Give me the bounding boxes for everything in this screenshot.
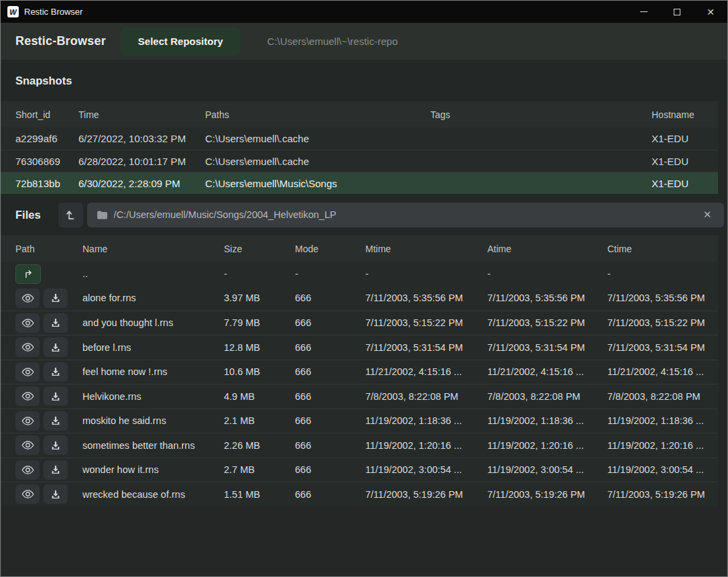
download-icon xyxy=(50,415,61,426)
download-file-button[interactable] xyxy=(44,386,68,406)
eye-icon xyxy=(21,440,34,450)
eye-icon xyxy=(21,342,34,352)
download-file-button[interactable] xyxy=(44,362,68,382)
clear-path-button[interactable]: ✕ xyxy=(701,207,715,222)
snapshot-paths: C:\Users\emuell\.cache xyxy=(205,133,430,144)
parent-mtime: - xyxy=(365,268,487,279)
select-repository-button[interactable]: Select Repository xyxy=(121,28,241,56)
download-icon xyxy=(50,440,61,451)
download-file-button[interactable] xyxy=(44,288,68,308)
file-name: and you thought l.rns xyxy=(82,317,224,328)
file-ctime: 7/11/2003, 5:15:22 PM xyxy=(607,317,718,328)
file-row[interactable]: wrecked because of.rns 1.51 MB 666 7/11/… xyxy=(1,482,718,507)
file-mode: 666 xyxy=(295,317,365,328)
file-name: sometimes better than.rns xyxy=(82,440,224,451)
preview-file-button[interactable] xyxy=(15,435,40,455)
file-name: Helvikone.rns xyxy=(82,391,224,402)
snapshot-time: 6/27/2022, 10:03:32 PM xyxy=(78,133,205,144)
snapshot-time: 6/30/2022, 2:28:09 PM xyxy=(78,178,205,189)
download-icon xyxy=(50,342,61,353)
file-mtime: 11/21/2002, 4:15:16 ... xyxy=(365,366,487,377)
snapshots-section-header: Snapshots xyxy=(1,60,727,101)
preview-file-button[interactable] xyxy=(15,337,40,357)
column-paths: Paths xyxy=(205,109,430,120)
file-mode: 666 xyxy=(295,489,365,500)
file-path-bar[interactable]: /C:/Users/emuell/Music/Songs/2004_Helvet… xyxy=(87,203,724,227)
app-logo-letter: W xyxy=(9,8,16,16)
file-size: 7.79 MB xyxy=(224,317,295,328)
file-row[interactable]: feel home now !.rns 10.6 MB 666 11/21/20… xyxy=(1,360,718,384)
file-mode: 666 xyxy=(295,464,365,475)
file-size: 10.6 MB xyxy=(224,366,295,377)
download-icon xyxy=(50,391,61,402)
download-file-button[interactable] xyxy=(44,484,68,504)
current-path[interactable]: /C:/Users/emuell/Music/Songs/2004_Helvet… xyxy=(114,209,701,220)
eye-icon xyxy=(21,367,34,377)
file-mtime: 7/11/2003, 5:19:26 PM xyxy=(365,489,487,500)
eye-icon xyxy=(21,391,34,401)
download-file-button[interactable] xyxy=(44,411,68,431)
file-ctime: 11/19/2002, 1:20:16 ... xyxy=(607,440,718,451)
snapshot-short-id: 72b813bb xyxy=(15,178,78,189)
snapshot-row[interactable]: a2299af6 6/27/2022, 10:03:32 PM C:\Users… xyxy=(1,127,718,150)
file-name: before l.rns xyxy=(82,342,224,353)
download-file-button[interactable] xyxy=(44,337,68,357)
file-mtime: 7/11/2003, 5:35:56 PM xyxy=(365,293,487,303)
snapshot-row[interactable]: 72b813bb 6/30/2022, 2:28:09 PM C:\Users\… xyxy=(1,172,718,194)
close-button[interactable]: ✕ xyxy=(694,1,727,23)
file-atime: 7/8/2003, 8:22:08 PM xyxy=(487,391,607,402)
preview-file-button[interactable] xyxy=(15,313,40,333)
file-row[interactable]: before l.rns 12.8 MB 666 7/11/2003, 5:31… xyxy=(1,335,718,360)
file-size: 2.7 MB xyxy=(224,464,295,475)
parent-mode: - xyxy=(295,268,365,279)
file-mode: 666 xyxy=(295,415,365,426)
file-mode: 666 xyxy=(295,366,365,377)
preview-file-button[interactable] xyxy=(15,362,40,382)
parent-ctime: - xyxy=(607,268,718,279)
preview-file-button[interactable] xyxy=(15,460,40,480)
file-size: 3.97 MB xyxy=(224,293,295,303)
window-title: Restic Browser xyxy=(24,7,82,17)
file-atime: 11/19/2002, 3:00:54 ... xyxy=(487,464,607,475)
snapshot-time: 6/28/2022, 10:01:17 PM xyxy=(78,156,205,167)
file-row[interactable]: sometimes better than.rns 2.26 MB 666 11… xyxy=(1,433,718,458)
file-row[interactable]: alone for.rns 3.97 MB 666 7/11/2003, 5:3… xyxy=(1,286,718,311)
file-mode: 666 xyxy=(295,293,365,303)
download-icon xyxy=(50,464,61,475)
eye-icon xyxy=(21,465,34,475)
file-name: feel home now !.rns xyxy=(82,366,224,377)
maximize-button[interactable] xyxy=(660,1,694,23)
maximize-icon xyxy=(674,9,680,15)
snapshot-row[interactable]: 76306869 6/28/2022, 10:01:17 PM C:\Users… xyxy=(1,150,718,172)
file-atime: 7/11/2003, 5:19:26 PM xyxy=(487,489,607,500)
go-parent-button[interactable] xyxy=(15,264,41,284)
file-row[interactable]: and you thought l.rns 7.79 MB 666 7/11/2… xyxy=(1,311,718,335)
column-name: Name xyxy=(82,244,224,254)
snapshots-title: Snapshots xyxy=(15,74,72,87)
file-row[interactable]: wonder how it.rns 2.7 MB 666 11/19/2002,… xyxy=(1,458,718,482)
download-icon xyxy=(50,366,61,377)
file-name: alone for.rns xyxy=(82,293,224,303)
app-logo-icon: W xyxy=(7,6,19,17)
file-size: 12.8 MB xyxy=(224,342,295,353)
file-size: 1.51 MB xyxy=(224,489,295,500)
files-title: Files xyxy=(15,209,41,221)
download-file-button[interactable] xyxy=(44,460,68,480)
download-file-button[interactable] xyxy=(44,435,68,455)
file-row[interactable]: moskito he said.rns 2.1 MB 666 11/19/200… xyxy=(1,409,718,433)
file-name: moskito he said.rns xyxy=(82,415,224,426)
repository-path[interactable]: C:\Users\emuell\~\restic-repo xyxy=(267,36,398,47)
file-row[interactable]: Helvikone.rns 4.9 MB 666 7/8/2003, 8:22:… xyxy=(1,384,718,409)
minimize-button[interactable] xyxy=(627,1,660,23)
file-ctime: 7/11/2003, 5:31:54 PM xyxy=(607,342,718,353)
preview-file-button[interactable] xyxy=(15,411,40,431)
download-file-button[interactable] xyxy=(44,313,68,333)
preview-file-button[interactable] xyxy=(15,386,40,406)
preview-file-button[interactable] xyxy=(15,484,40,504)
close-path-icon: ✕ xyxy=(703,209,712,220)
up-one-level-button[interactable] xyxy=(58,203,83,227)
preview-file-button[interactable] xyxy=(15,288,40,308)
file-atime: 7/11/2003, 5:31:54 PM xyxy=(487,342,607,353)
file-ctime: 7/11/2003, 5:35:56 PM xyxy=(607,293,718,303)
parent-directory-row: .. - - - - - xyxy=(1,262,718,286)
